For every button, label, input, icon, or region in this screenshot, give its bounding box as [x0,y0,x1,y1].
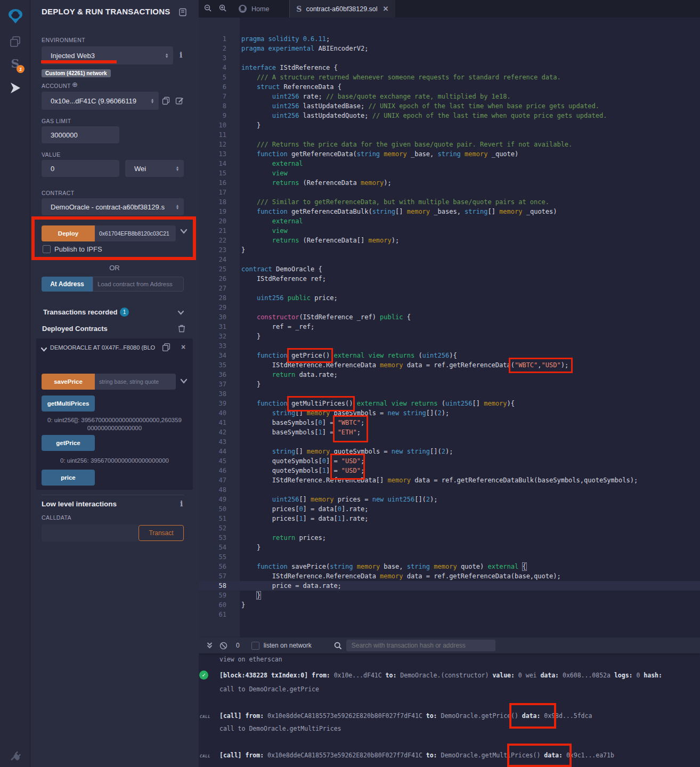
close-icon[interactable]: × [181,343,185,351]
copy-address-icon[interactable] [162,343,170,354]
code-line[interactable]: 22 returns (ReferenceData[] memory); [199,236,700,245]
code-line[interactable]: 15 view [199,168,700,178]
code-line[interactable]: 8 uint256 lastUpdatedBase; // UNIX epoch… [199,101,700,111]
documentation-book-icon[interactable] [178,8,187,19]
code-line[interactable]: 43 [199,437,700,447]
tab-home[interactable]: Home [232,0,275,18]
code-line[interactable]: 31 ref = _ref; [199,322,700,332]
code-line[interactable]: 5 /// A structure returned whenever some… [199,72,700,82]
code-line[interactable]: 55 [199,552,700,562]
deploy-button[interactable]: Deploy [42,225,95,241]
code-line[interactable]: 4interface IStdReference { [199,63,700,72]
code-line[interactable]: 20 external [199,216,700,226]
account-select[interactable]: 0x10e...dF41C (9.96066119 ▴▾ [42,92,159,110]
code-line[interactable]: 2pragma experimental ABIEncoderV2; [199,44,700,53]
terminal-entry[interactable]: call to DemoOracle.getPrice [219,685,700,693]
code-line[interactable]: 60} [199,600,700,610]
at-address-input[interactable] [93,277,184,292]
code-line[interactable]: 51 prices[1] = data[1].rate; [199,514,700,523]
expand-terminal-double-chevron-icon[interactable] [206,642,213,649]
code-line[interactable]: 6 struct ReferenceData { [199,82,700,92]
code-line[interactable]: 52 [199,523,700,533]
code-line[interactable]: 47 IStdReference.ReferenceData[] memory … [199,475,700,485]
code-line[interactable]: 9 uint256 lastUpdatedQuote; // UNIX epoc… [199,111,700,120]
code-line[interactable]: 39 function getMultiPrices() external vi… [199,399,700,408]
trash-icon[interactable] [178,324,185,335]
code-line[interactable]: 18 /// Similar to getReferenceData, but … [199,197,700,207]
code-line[interactable]: 56 function savePrice(string memory base… [199,562,700,571]
code-line[interactable]: 57 IStdReference.ReferenceData memory da… [199,571,700,581]
code-line[interactable]: 23} [199,245,700,255]
terminal-entry[interactable]: view on etherscan [219,656,700,663]
code-line[interactable]: 17 [199,188,700,197]
code-line[interactable]: 35 IStdReference.ReferenceData memory da… [199,360,700,370]
chevron-down-icon[interactable] [40,345,47,354]
edit-account-pencil-icon[interactable] [175,96,184,107]
code-line[interactable]: 54 } [199,543,700,552]
code-editor[interactable]: 1pragma solidity 0.6.11;2pragma experime… [199,18,700,637]
terminal-entry[interactable]: CALL[call] from: 0x10e8ddeCA8185573e5926… [219,752,700,759]
value-unit-select[interactable]: Wei ▴▾ [125,160,184,177]
code-line[interactable]: 33 [199,341,700,351]
get-multi-prices-button[interactable]: getMultiPrices [42,395,95,411]
code-line[interactable]: 32 } [199,332,700,341]
code-line[interactable]: 48 [199,485,700,495]
code-line[interactable]: 27 [199,284,700,293]
deploy-args-input[interactable] [95,225,176,241]
calldata-input[interactable] [42,524,139,542]
zoom-in-icon[interactable] [219,4,226,14]
code-line[interactable]: 53 return prices; [199,533,700,543]
code-line[interactable]: 11 [199,130,700,140]
code-line[interactable]: 58 price = data.rate; [199,581,700,591]
code-line[interactable]: 36 return data.rate; [199,370,700,380]
file-explorer-icon[interactable] [0,35,30,48]
code-line[interactable]: 28 uint256 public price; [199,293,700,303]
code-line[interactable]: 44 string[] memory quoteSymbols = new st… [199,447,700,456]
code-line[interactable]: 50 prices[0] = data[0].rate; [199,504,700,514]
chevron-down-icon[interactable] [177,308,184,318]
gas-limit-input[interactable] [42,126,119,143]
copy-account-icon[interactable] [162,96,170,107]
code-line[interactable]: 41 baseSymbols[0] = "WBTC"; [199,418,700,427]
code-line[interactable]: 16 returns (ReferenceData memory); [199,178,700,188]
remix-logo-icon[interactable] [0,6,30,26]
code-line[interactable]: 7 uint256 rate; // base/quote exchange r… [199,92,700,101]
publish-ipfs-checkbox[interactable] [43,245,51,253]
get-price-button[interactable]: getPrice [42,435,95,451]
chevron-down-icon[interactable] [180,228,188,236]
transact-button[interactable]: Transact [139,525,184,541]
listen-on-network-checkbox[interactable] [251,642,259,650]
terminal-entry[interactable]: call to DemoOracle.getMultiPrices [219,725,700,732]
tab-contract-file[interactable]: S contract-a60bf38129.sol ✕ [289,0,395,18]
close-tab-icon[interactable]: ✕ [383,5,389,13]
code-line[interactable]: 14 external [199,159,700,168]
value-input[interactable] [42,160,119,177]
environment-info-icon[interactable]: i [180,51,182,59]
code-line[interactable]: 24 [199,255,700,264]
at-address-button[interactable]: At Address [42,277,93,292]
code-line[interactable]: 38 [199,389,700,399]
code-line[interactable]: 34 function getPrice() external view ret… [199,351,700,360]
code-line[interactable]: 10 } [199,120,700,130]
zoom-out-icon[interactable] [204,4,211,14]
code-line[interactable]: 49 uint256[] memory prices = new uint256… [199,495,700,504]
code-line[interactable]: 25contract DemoOracle { [199,264,700,274]
code-line[interactable]: 30 constructor(IStdReference _ref) publi… [199,312,700,322]
add-account-plus-icon[interactable]: ⊕ [72,80,78,88]
code-line[interactable]: 26 IStdReference ref; [199,274,700,284]
contract-select[interactable]: DemoOracle - contract-a60bf38129.s ▴▾ [42,198,184,215]
code-line[interactable]: 3 [199,53,700,63]
code-line[interactable]: 46 quoteSymbols[1] = "USD"; [199,466,700,475]
code-line[interactable]: 21 view [199,226,700,236]
code-line[interactable]: 45 quoteSymbols[0] = "USD"; [199,456,700,466]
terminal-entry[interactable]: CALL[call] from: 0x10e8ddeCA8185573e5926… [219,712,700,720]
code-line[interactable]: 61 [199,610,700,619]
code-line[interactable]: 13 function getReferenceData(string memo… [199,149,700,159]
terminal-search-input[interactable] [346,640,495,651]
chevron-down-icon[interactable] [180,377,188,386]
code-line[interactable]: 40 string[] memory baseSymbols = new str… [199,408,700,418]
code-line[interactable]: 1pragma solidity 0.6.11; [199,34,700,44]
price-button[interactable]: price [42,470,95,486]
save-price-args-input[interactable] [95,374,176,390]
code-line[interactable]: 59 } [199,591,700,600]
